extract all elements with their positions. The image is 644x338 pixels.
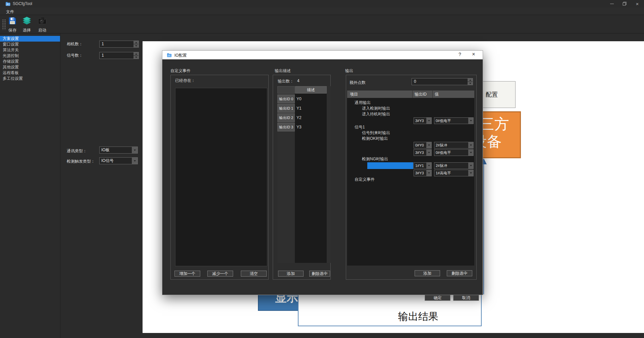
select-button[interactable]: 选择	[18, 16, 35, 33]
spin-up-icon[interactable]	[133, 52, 139, 55]
sidebar-item-remote-board[interactable]: 远程看板	[0, 70, 60, 76]
vertical-scrollbar[interactable]	[327, 94, 331, 263]
camera-count-spinner[interactable]: 1	[99, 41, 139, 48]
minimize-button[interactable]	[606, 0, 618, 7]
camera-icon	[38, 16, 47, 26]
signal-count-spinner[interactable]: 1	[99, 52, 139, 59]
row-header[interactable]: 输出ID 1	[277, 104, 295, 113]
camera-count-value: 1	[100, 41, 133, 47]
output-id-value: 3#Y3	[414, 150, 426, 156]
sidebar-item-multistation-settings[interactable]: 多工位设置	[0, 76, 60, 81]
tree-combo-row[interactable]: 3#Y3 0#低电平	[347, 117, 474, 124]
chevron-down-icon[interactable]	[468, 150, 473, 156]
spin-up-icon[interactable]	[133, 41, 139, 44]
dialog-titlebar[interactable]: IO配置 ? ×	[162, 51, 483, 59]
value-combo[interactable]: 1#高电平	[434, 170, 474, 176]
sidebar: 方案设置 窗口设置 算法开关 光源控制 存储设置 其他设置 远程看板 多工位设置	[0, 34, 60, 338]
remove-one-button[interactable]: 减少一个	[207, 271, 233, 277]
window-titlebar[interactable]: SGCfgTool ×	[0, 0, 644, 7]
row-header[interactable]: 输出ID 2	[277, 113, 295, 122]
tree-item-signal-arrive-output[interactable]: 信号到来时输出	[347, 130, 474, 136]
row-header[interactable]: 输出ID 3	[277, 123, 295, 131]
spin-down-icon[interactable]	[133, 44, 139, 47]
tree-item-detect-ok-output[interactable]: 检测OK时输出	[347, 136, 474, 142]
dialog-help-button[interactable]: ?	[455, 52, 464, 58]
tree-combo-row[interactable]: 3#Y3 1#高电平	[347, 169, 474, 177]
output-id-combo[interactable]: 3#Y3	[414, 170, 432, 176]
output-count-value: 4	[297, 78, 300, 83]
output-id-value: 3#Y3	[414, 170, 426, 176]
value-combo[interactable]: 2#脉冲	[434, 162, 474, 169]
output-desc-group: 输出数： 4 描述 输出ID 0 Y0 输出ID 1 Y1 输出ID 2 Y2 …	[273, 75, 331, 280]
add-one-button[interactable]: 增加一个	[174, 271, 200, 277]
spin-up-icon[interactable]	[468, 78, 473, 81]
chevron-down-icon[interactable]	[426, 170, 431, 176]
sidebar-item-storage-settings[interactable]: 存储设置	[0, 59, 60, 64]
cancel-button[interactable]: 取消	[453, 295, 479, 301]
dialog-close-button[interactable]: ×	[469, 51, 478, 58]
trigger-type-combo[interactable]: IO信号	[99, 157, 138, 164]
table-cell[interactable]: Y3	[297, 123, 326, 131]
row-header[interactable]: 输出ID 0	[277, 95, 295, 103]
custom-events-list[interactable]	[175, 88, 267, 266]
menu-file[interactable]: 文件	[5, 9, 15, 15]
tree-combo-row-selected[interactable]: 1#Y1 2#脉冲	[347, 162, 474, 169]
extra-points-spinner[interactable]: 0	[412, 78, 473, 85]
tree-item-enter-detect-output[interactable]: 进入检测时输出	[347, 106, 474, 111]
output-id-combo[interactable]: 1#Y1	[414, 162, 432, 169]
chevron-down-icon[interactable]	[132, 158, 138, 164]
spin-down-icon[interactable]	[133, 56, 139, 59]
restore-button[interactable]	[619, 0, 631, 7]
table-corner-cell	[277, 86, 295, 94]
table-cell[interactable]: Y0	[297, 95, 326, 103]
close-button[interactable]: ×	[631, 0, 643, 7]
chevron-down-icon[interactable]	[426, 163, 431, 169]
chevron-down-icon[interactable]	[468, 118, 473, 124]
flow-arrow-line	[483, 164, 484, 294]
tree-combo-row[interactable]: 0#Y0 2#脉冲	[347, 142, 474, 149]
tree-item-detect-ng-output[interactable]: 检测NG时输出	[347, 156, 474, 162]
tree-item-signal1[interactable]: 信号1	[347, 124, 474, 130]
chevron-down-icon[interactable]	[468, 170, 473, 176]
output-id-combo[interactable]: 3#Y3	[414, 117, 432, 124]
comm-type-combo[interactable]: IO板	[99, 147, 138, 154]
ok-button[interactable]: 确定	[425, 295, 450, 301]
output-id-combo[interactable]: 3#Y3	[414, 149, 432, 156]
chevron-down-icon[interactable]	[132, 147, 138, 153]
clear-button[interactable]: 清空	[241, 271, 267, 277]
sidebar-item-other-settings[interactable]: 其他设置	[0, 64, 60, 70]
io-config-dialog: IO配置 ? × 自定义事件 输出描述 输出 已经存在： 增加一个 减少一个 清…	[162, 50, 483, 295]
output-id-value: 0#Y0	[414, 142, 426, 148]
output-add-button[interactable]: 添加	[415, 270, 440, 276]
camera-count-label: 相机数：	[67, 41, 83, 47]
chevron-down-icon[interactable]	[468, 163, 473, 169]
tree-item-general-output[interactable]: 通用输出	[347, 100, 474, 106]
sidebar-item-scheme-settings[interactable]: 方案设置	[0, 36, 60, 42]
desc-delete-selected-button[interactable]: 删除选中	[309, 271, 330, 277]
chevron-down-icon[interactable]	[468, 142, 473, 148]
sidebar-item-window-settings[interactable]: 窗口设置	[0, 42, 60, 47]
spin-down-icon[interactable]	[468, 82, 473, 85]
col-item-header: 项目	[347, 91, 413, 98]
tree-item-enter-standby-output[interactable]: 进入待机时输出	[347, 111, 474, 117]
start-button[interactable]: 启动	[34, 16, 51, 33]
table-cell[interactable]: Y1	[297, 104, 326, 113]
chevron-down-icon[interactable]	[426, 150, 431, 156]
tree-item-custom-events[interactable]: 自定义事件	[347, 177, 474, 182]
desc-add-button[interactable]: 添加	[278, 271, 304, 277]
value-combo[interactable]: 0#低电平	[434, 149, 474, 156]
tree-body: 通用输出 进入检测时输出 进入待机时输出 3#Y3 0#低电平 信号1 信号到来…	[347, 98, 474, 266]
value-combo[interactable]: 0#低电平	[434, 117, 474, 124]
sidebar-item-algorithm-switch[interactable]: 算法开关	[0, 47, 60, 53]
sidebar-item-light-control[interactable]: 光源控制	[0, 53, 60, 59]
output-delete-selected-button[interactable]: 删除选中	[447, 270, 472, 276]
output-id-combo[interactable]: 0#Y0	[414, 142, 432, 149]
table-cell[interactable]: Y2	[297, 113, 326, 122]
chevron-down-icon[interactable]	[426, 118, 431, 124]
existing-label: 已经存在：	[175, 78, 195, 83]
tree-combo-row[interactable]: 3#Y3 0#低电平	[347, 149, 474, 156]
chevron-down-icon[interactable]	[426, 142, 431, 148]
value-combo-value: 2#脉冲	[434, 142, 468, 148]
tree-header-row: 项目 输出ID 值	[347, 91, 474, 98]
value-combo[interactable]: 2#脉冲	[434, 142, 474, 149]
